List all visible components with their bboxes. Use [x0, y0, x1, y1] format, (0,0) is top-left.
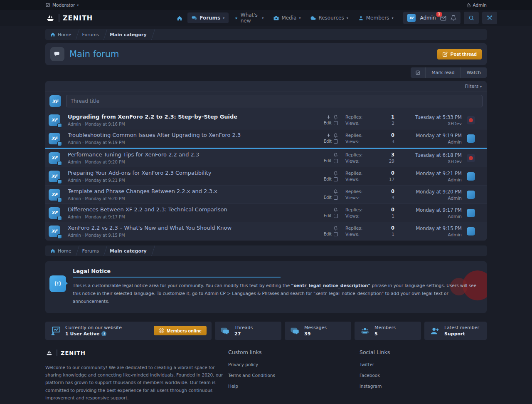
edit-button[interactable]: Edit — [324, 159, 332, 163]
last-post-date[interactable]: Tuesday at 6:18 PM — [397, 152, 462, 158]
last-poster[interactable]: Admin — [397, 214, 462, 219]
last-poster-avatar[interactable] — [467, 134, 475, 143]
avatar[interactable]: XF — [49, 152, 60, 164]
social-link-instagram[interactable]: Instagram — [360, 384, 487, 389]
avatar[interactable]: XF — [49, 226, 60, 237]
footer-link-help[interactable]: Help — [228, 384, 360, 389]
last-post-date[interactable]: Monday at 9:21 PM — [397, 171, 462, 176]
chevron-down-icon[interactable]: ▾ — [299, 16, 300, 20]
nav-forums[interactable]: Forums ▾ — [187, 12, 229, 23]
thread-title-link[interactable]: Template and Phrase Changes Between 2.2.… — [68, 188, 305, 195]
last-post-date[interactable]: Monday at 9:17 PM — [397, 207, 462, 213]
avatar[interactable]: XF — [49, 133, 60, 144]
thread-title-link[interactable]: XenForo 2.2 vs 2.3 – What's New and What… — [68, 225, 305, 231]
members-online-button[interactable]: Members online — [154, 326, 207, 335]
social-link-twitter[interactable]: Twitter — [360, 362, 487, 367]
thread-checkbox[interactable] — [334, 232, 338, 236]
nav-resources-label: Resources — [318, 15, 344, 21]
breadcrumb-category[interactable]: Main category — [110, 248, 147, 254]
site-logo[interactable]: ZENITH — [45, 13, 93, 23]
inbox-button[interactable]: 1 — [440, 15, 446, 21]
nav-whats-new[interactable]: What's new ▾ — [230, 10, 268, 26]
latest-member-name[interactable]: Support — [444, 331, 479, 337]
avatar[interactable]: XF — [49, 207, 60, 219]
info-icon[interactable] — [101, 331, 106, 336]
avatar[interactable]: XF — [49, 114, 60, 126]
avatar[interactable]: XF — [407, 14, 416, 22]
alerts-button[interactable] — [451, 15, 456, 21]
nav-whats-new-label: What's new — [241, 12, 260, 24]
nav-media[interactable]: Media ▾ — [269, 12, 305, 23]
last-poster-avatar[interactable] — [467, 227, 475, 235]
breadcrumb-home[interactable]: Home — [50, 248, 71, 254]
thread-title-link[interactable]: Differences Between XF 2.2 and 2.3: Tech… — [68, 206, 305, 213]
thread-title-input[interactable] — [66, 95, 483, 107]
social-link-facebook[interactable]: Facebook — [360, 373, 487, 378]
watch-button[interactable]: Watch — [461, 67, 487, 78]
chevron-down-icon[interactable]: ▾ — [223, 16, 224, 20]
footer-brand-name: ZENITH — [61, 350, 86, 356]
last-post-date[interactable]: Monday at 9:20 PM — [397, 189, 462, 195]
chevron-down-icon[interactable]: ▾ — [392, 16, 393, 20]
chevron-down-icon[interactable]: ▾ — [347, 16, 348, 20]
edit-button[interactable]: Edit — [324, 232, 332, 236]
edit-button[interactable]: Edit — [324, 213, 332, 218]
thread-title-link[interactable]: Performance Tuning Tips for XenForo 2.2 … — [68, 151, 305, 158]
thread-checkbox[interactable] — [334, 139, 338, 144]
last-poster[interactable]: XFDev — [397, 159, 462, 164]
last-poster-avatar[interactable] — [467, 209, 475, 217]
last-poster[interactable]: XFDev — [397, 121, 462, 126]
chevron-down-icon[interactable]: ▾ — [262, 16, 264, 20]
nav-home-icon[interactable] — [173, 12, 186, 24]
select-all-checkbox[interactable] — [411, 67, 426, 78]
last-poster-avatar[interactable] — [467, 154, 475, 162]
stat-threads: Threads 27 — [215, 322, 281, 340]
thread-title-link[interactable]: Upgrading from XenForo 2.2 to 2.3: Step-… — [68, 114, 305, 120]
edit-button[interactable]: Edit — [324, 139, 332, 144]
last-post-date[interactable]: Tuesday at 5:33 PM — [397, 114, 462, 120]
thread-checkbox[interactable] — [334, 214, 338, 218]
last-poster[interactable]: Admin — [397, 139, 462, 144]
account-name[interactable]: Admin — [420, 15, 436, 21]
avatar[interactable]: XF — [49, 189, 60, 201]
breadcrumb-home[interactable]: Home — [50, 32, 71, 37]
notice-icon — [49, 275, 66, 292]
theme-tools-button[interactable] — [482, 12, 497, 24]
thread-title-link[interactable]: Preparing Your Add-ons for XenForo 2.3 C… — [68, 170, 305, 176]
filters-button[interactable]: Filters ▾ — [465, 84, 482, 89]
breadcrumb-forums[interactable]: Forums — [82, 32, 99, 37]
edit-button[interactable]: Edit — [324, 121, 332, 125]
last-poster-avatar[interactable] — [467, 116, 475, 124]
last-poster-avatar[interactable] — [467, 172, 475, 181]
thread-checkbox[interactable] — [334, 196, 338, 200]
edit-button[interactable]: Edit — [324, 177, 332, 181]
mark-read-button[interactable]: Mark read — [426, 67, 461, 78]
last-poster-avatar[interactable] — [467, 191, 475, 199]
breadcrumb-category[interactable]: Main category — [110, 32, 147, 37]
search-button[interactable] — [464, 12, 479, 24]
thread-checkbox[interactable] — [334, 121, 338, 125]
stat-online: Currently on our website 1 User Active M… — [45, 322, 212, 340]
last-poster[interactable]: Admin — [397, 177, 462, 182]
thread-title-link[interactable]: Troubleshooting Common Issues After Upgr… — [68, 132, 305, 139]
avatar[interactable]: XF — [49, 171, 60, 182]
checkbox-icon — [45, 2, 50, 7]
breadcrumb-forums[interactable]: Forums — [82, 248, 99, 254]
nav-members[interactable]: Members ▾ — [354, 12, 398, 23]
edit-button[interactable]: Edit — [324, 195, 332, 200]
admin-cp-link[interactable]: Admin — [466, 2, 487, 7]
post-thread-button[interactable]: Post thread — [437, 49, 482, 59]
moderator-menu[interactable]: Moderator ▾ — [45, 2, 79, 7]
avatar-badge — [57, 198, 62, 202]
last-poster[interactable]: Admin — [397, 196, 462, 201]
custom-links-heading: Custom links — [228, 349, 360, 355]
footer-link-terms[interactable]: Terms and Conditions — [228, 373, 360, 378]
last-post-date[interactable]: Monday at 9:19 PM — [397, 133, 462, 139]
last-post-date[interactable]: Monday at 9:15 PM — [397, 226, 462, 231]
thread-checkbox[interactable] — [334, 177, 338, 181]
footer-logo[interactable]: ZENITH — [45, 349, 228, 357]
nav-resources[interactable]: Resources ▾ — [306, 12, 352, 23]
last-poster[interactable]: Admin — [397, 232, 462, 237]
thread-checkbox[interactable] — [334, 159, 338, 163]
footer-link-privacy-policy[interactable]: Privacy policy — [228, 362, 360, 367]
